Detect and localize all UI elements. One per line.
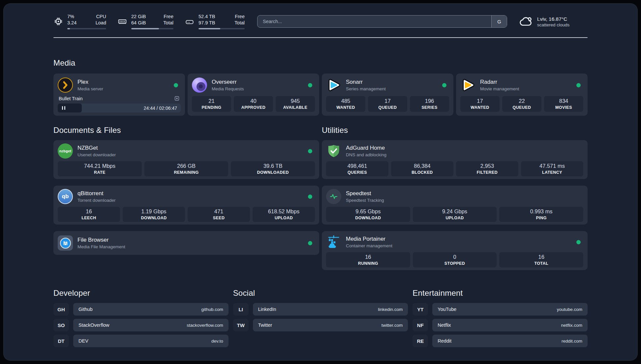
ram-total-label: Total (163, 20, 173, 26)
bookmark-twitter[interactable]: TW Twitter twitter.com (233, 319, 408, 331)
bookmark-netflix[interactable]: NF Netflix netflix.com (412, 319, 588, 331)
speedtest-card[interactable]: Speedtest Speedtest Tracking 9.65 Gbps D… (322, 186, 588, 225)
portainer-card[interactable]: Media Portainer Container management 16 … (322, 231, 588, 270)
stat-label: MOVIES (555, 105, 572, 110)
app-subtitle: Usenet downloader (77, 152, 116, 157)
search-bar[interactable]: G (257, 15, 507, 28)
system-stats: 7% CPU 3.24 Load (53, 14, 245, 29)
stat-filtered: 2,953 FILTERED (456, 161, 518, 176)
bookmark-name: Netflix (438, 322, 451, 328)
app-title: Overseerr (212, 79, 244, 85)
adguard-card[interactable]: AdGuard Home DNS and adblocking 498,461 … (322, 140, 588, 179)
bookmark-url: netflix.com (561, 323, 582, 328)
stat-value: 498,461 (348, 163, 367, 169)
stat-upload: 618.52 Mbps UPLOAD (253, 207, 315, 222)
cpu-load-label: Load (96, 20, 106, 26)
bookmark-github[interactable]: GH Github github.com (53, 303, 229, 316)
social-section-title: Social (233, 288, 408, 298)
bookmark-youtube[interactable]: YT YouTube youtube.com (412, 303, 588, 316)
stat-value: 945 (291, 98, 300, 104)
stat-remaining: 266 GB REMAINING (144, 161, 229, 176)
app-subtitle: Torrent downloader (77, 198, 116, 203)
stat-label: QUERIES (348, 170, 367, 175)
plex-icon (58, 77, 73, 93)
now-playing-session-icon[interactable] (174, 96, 180, 101)
app-title: Speedtest (346, 190, 384, 197)
qbittorrent-card[interactable]: qb qBittorrent Torrent downloader 16 LEE… (53, 186, 319, 225)
bookmark-url: twitter.com (382, 323, 403, 328)
status-dot (308, 83, 312, 87)
playback-time: 24:44 / 02:06:47 (144, 106, 177, 111)
stat-value: 9.24 Gbps (442, 208, 467, 215)
qbittorrent-icon: qb (58, 189, 73, 204)
app-title: AdGuard Home (346, 145, 386, 151)
status-dot (308, 149, 312, 153)
pause-button[interactable] (58, 104, 82, 112)
overseerr-icon (192, 77, 207, 93)
stat-label: APPROVED (241, 105, 265, 110)
disk-stat: 52.4 TB Free 97.9 TB Total (185, 14, 245, 29)
bookmark-abbr: YT (412, 303, 428, 316)
playback-progress-bar: 24:44 / 02:06:47 (58, 104, 181, 112)
weather-condition: scattered clouds (537, 22, 569, 27)
cpu-usage-label: CPU (96, 14, 106, 20)
stat-queries: 498,461 QUERIES (326, 161, 388, 176)
media-section-title: Media (53, 58, 588, 68)
overseerr-card[interactable]: Overseerr Media Requests 21 PENDING 40 A… (188, 74, 319, 116)
cpu-progress-bar (67, 28, 106, 30)
disk-free-value: 52.4 TB (198, 14, 215, 20)
bookmark-abbr: RE (412, 335, 428, 347)
now-playing-title: Bullet Train (59, 96, 83, 101)
search-input[interactable] (258, 15, 491, 27)
qbittorrent-logo-text: qb (62, 193, 69, 200)
stat-value: 86,384 (414, 163, 430, 169)
stat-value: 1.19 Gbps (141, 208, 166, 215)
stat-value: 21 (208, 98, 214, 104)
stat-value: 16 (86, 208, 92, 215)
bookmark-linkedin[interactable]: LI LinkedIn linkedin.com (233, 303, 408, 316)
stat-rate: 744.21 Mbps RATE (58, 161, 142, 176)
bookmark-abbr: GH (53, 303, 69, 316)
stat-seed: 471 SEED (188, 207, 250, 222)
stat-downloaded: 39.6 TB DOWNLOADED (231, 161, 315, 176)
bookmark-abbr: SO (53, 319, 69, 331)
app-subtitle: Container management (346, 243, 392, 248)
stat-value: 40 (250, 98, 256, 104)
stat-wanted: 485 WANTED (326, 96, 365, 112)
plex-card[interactable]: Plex Media server Bullet Train (53, 74, 185, 116)
bookmark-stackoverflow[interactable]: SO StackOverflow stackoverflow.com (53, 319, 229, 331)
filebrowser-card[interactable]: File Browser Media File Management (53, 231, 319, 255)
stat-value: 9.65 Gbps (355, 208, 381, 215)
bookmark-dev[interactable]: DT DEV dev.to (53, 335, 229, 347)
cloud-icon (519, 15, 533, 28)
top-bar: 7% CPU 3.24 Load (53, 4, 588, 29)
sonarr-card[interactable]: Sonarr Series management 485 WANTED 17 Q… (322, 74, 453, 116)
stat-value: 17 (477, 98, 483, 104)
utilities-section-title: Utilities (322, 126, 588, 135)
app-title: File Browser (77, 237, 125, 243)
cpu-usage-value: 7% (67, 14, 74, 20)
stat-label: WANTED (471, 105, 489, 110)
bookmark-name: YouTube (438, 307, 456, 312)
cpu-load-value: 3.24 (67, 20, 76, 26)
stat-label: PING (536, 216, 547, 220)
bookmark-reddit[interactable]: RE Reddit reddit.com (412, 335, 588, 347)
stat-leech: 16 LEECH (58, 207, 120, 222)
sonarr-icon (326, 77, 341, 93)
stat-label: RATE (94, 170, 106, 175)
nzbget-card[interactable]: nzbget NZBGet Usenet downloader 744.21 M… (53, 140, 319, 179)
app-title: Media Portainer (346, 236, 392, 242)
stat-download: 9.65 Gbps DOWNLOAD (326, 207, 410, 222)
disk-total-value: 97.9 TB (198, 20, 215, 26)
status-dot (308, 241, 312, 245)
app-subtitle: Media File Management (77, 244, 125, 249)
disk-progress-bar (198, 28, 245, 30)
weather-location-temp: Lviv, 16.87°C (537, 15, 569, 23)
stat-label: RUNNING (358, 261, 378, 266)
stat-value: 22 (519, 98, 525, 104)
radarr-card[interactable]: Radarr Movie management 17 WANTED 22 QUE… (456, 74, 588, 116)
stat-series: 196 SERIES (410, 96, 449, 112)
app-title: Sonarr (346, 79, 386, 85)
app-subtitle: Speedtest Tracking (346, 198, 384, 203)
search-engine-button[interactable]: G (491, 15, 507, 27)
